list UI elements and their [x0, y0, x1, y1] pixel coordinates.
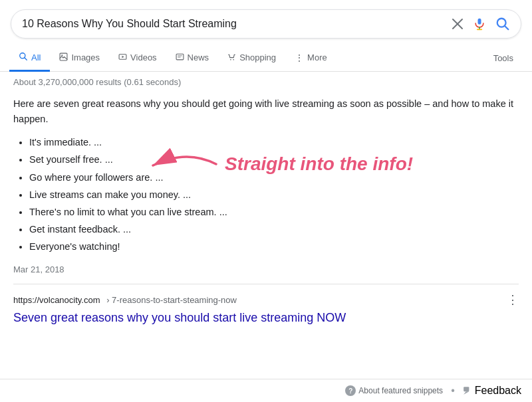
dot-separator: •	[451, 385, 455, 397]
shopping-icon	[227, 52, 236, 63]
all-icon	[19, 52, 28, 63]
images-icon	[59, 52, 68, 63]
bottom-bar: ? About featured snippets • Feedback	[0, 379, 532, 402]
news-icon	[176, 52, 184, 63]
svg-marker-12	[122, 55, 124, 57]
result-url-path: › 7-reasons-to-start-steaming-now	[106, 295, 237, 305]
tab-all[interactable]: All	[9, 45, 50, 72]
featured-snippets-info[interactable]: ? About featured snippets	[345, 385, 443, 396]
tools-button[interactable]: Tools	[484, 47, 523, 70]
result-url-domain: https://volcanocity.com	[13, 295, 100, 305]
videos-icon	[118, 52, 127, 63]
arrow-svg	[146, 146, 219, 182]
svg-point-16	[230, 59, 231, 60]
svg-rect-19	[464, 387, 469, 391]
result-url-row: https://volcanocity.com › 7-reasons-to-s…	[13, 292, 519, 307]
featured-snippets-label: About featured snippets	[358, 386, 443, 395]
snippet-date: Mar 21, 2018	[13, 264, 519, 274]
tab-all-label: All	[31, 52, 41, 62]
search-query-text: 10 Reasons Why You Should Start Streamin…	[22, 17, 452, 31]
feedback-icon	[463, 386, 472, 395]
result-url: https://volcanocity.com › 7-reasons-to-s…	[13, 295, 237, 305]
clear-icon[interactable]	[452, 18, 464, 30]
list-item: Get instant feedback. ...	[29, 221, 519, 238]
tab-images-label: Images	[71, 52, 100, 62]
tab-videos[interactable]: Videos	[109, 46, 166, 72]
callout-text: Straight into the info!	[225, 153, 413, 175]
svg-line-8	[25, 58, 27, 60]
voice-search-icon[interactable]	[473, 17, 486, 31]
info-icon: ?	[345, 385, 356, 396]
result-title-link[interactable]: Seven great reasons why you should start…	[13, 311, 346, 324]
result-link-section: https://volcanocity.com › 7-reasons-to-s…	[13, 284, 519, 326]
tab-news-label: News	[188, 52, 209, 62]
search-bar-container: 10 Reasons Why You Should Start Streamin…	[0, 0, 532, 45]
tab-shopping-label: Shopping	[239, 52, 276, 62]
tab-more[interactable]: ⋮ More	[285, 46, 336, 72]
feedback-button[interactable]: Feedback	[463, 385, 521, 397]
list-item: Everyone's watching!	[29, 238, 519, 255]
results-container: About 3,270,000,000 results (0.61 second…	[0, 72, 532, 333]
svg-point-10	[62, 54, 63, 56]
snippet-description: Here are seven great reasons why you sho…	[13, 96, 519, 127]
more-dots-icon: ⋮	[295, 52, 304, 63]
list-item: There's no limit to what you can live st…	[29, 203, 519, 221]
svg-rect-2	[478, 19, 481, 25]
tab-more-label: More	[307, 52, 327, 62]
tab-videos-label: Videos	[130, 52, 157, 62]
tab-news[interactable]: News	[166, 46, 219, 72]
nav-tabs: All Images Videos News	[0, 45, 532, 72]
featured-snippet: Here are seven great reasons why you sho…	[13, 96, 519, 274]
svg-marker-20	[464, 391, 469, 395]
tab-shopping[interactable]: Shopping	[218, 46, 285, 72]
search-submit-icon[interactable]	[495, 17, 510, 31]
svg-point-17	[233, 59, 235, 60]
result-options-icon[interactable]: ⋮	[507, 292, 519, 307]
results-count: About 3,270,000,000 results (0.61 second…	[13, 77, 519, 87]
list-item: Live streams can make you money. ...	[29, 186, 519, 203]
feedback-label: Feedback	[475, 385, 521, 397]
callout-annotation: Straight into the info!	[146, 146, 413, 182]
annotation-area: It's immediate. ... Set yourself free. .…	[13, 134, 519, 262]
search-bar[interactable]: 10 Reasons Why You Should Start Streamin…	[11, 9, 521, 39]
search-bar-icons	[452, 17, 510, 31]
svg-rect-13	[176, 54, 184, 60]
tab-images[interactable]: Images	[50, 46, 109, 72]
svg-line-6	[505, 26, 508, 29]
